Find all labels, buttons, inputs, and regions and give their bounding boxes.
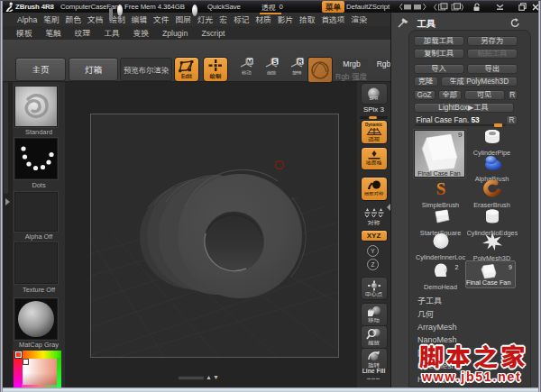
tray-updown-arrows-icon[interactable]: ▲▼ xyxy=(206,374,220,380)
tool-slider-track[interactable] xyxy=(415,124,506,127)
line-fill-button[interactable]: Line Fill ▬▬▬ xyxy=(357,368,390,380)
xyz-axis-button[interactable]: XYZ xyxy=(361,230,388,242)
axis-y-toggle[interactable]: Y xyxy=(367,245,379,257)
menu-layer[interactable]: 图层 xyxy=(175,14,190,25)
section-layers[interactable]: 图层 xyxy=(417,347,457,360)
menu-alpha[interactable]: Alpha xyxy=(17,15,37,24)
clone-button[interactable]: 克隆 xyxy=(414,77,438,87)
section-fibermesh[interactable]: FiberMesh xyxy=(417,360,457,373)
section-nanomesh[interactable]: NanoMesh xyxy=(417,333,457,347)
canvas-area[interactable]: ▲▼ xyxy=(65,82,357,387)
tool-item[interactable]: EraserBrush xyxy=(467,180,518,209)
menus-button[interactable]: 菜单 xyxy=(322,1,344,13)
tool-name-slider[interactable]: Final Case Fan. 53 R xyxy=(414,115,518,127)
menu-marker[interactable]: 标记 xyxy=(234,14,249,25)
current-texture-thumbnail[interactable] xyxy=(14,242,58,284)
spix-slider-track[interactable] xyxy=(360,116,388,119)
goz-button[interactable]: GoZ xyxy=(414,90,436,100)
lock-icon[interactable] xyxy=(472,1,481,13)
menu-zscript[interactable]: Zscript xyxy=(201,29,225,38)
section-subtool[interactable]: 子工具 xyxy=(417,295,457,308)
scene-3d-model[interactable] xyxy=(65,82,357,387)
menu-material[interactable]: 材质 xyxy=(255,14,270,25)
section-arraymesh[interactable]: ArrayMesh xyxy=(417,321,457,334)
menu-stencil[interactable]: 模板 xyxy=(16,27,32,39)
symmetry-indicator[interactable]: 对称 xyxy=(361,208,388,227)
selected-tool-thumbnail[interactable]: 9 Final Case Fan xyxy=(414,130,465,178)
ui-layout-prev-next-icon[interactable] xyxy=(399,1,428,13)
menu-picker[interactable]: 拾取 xyxy=(299,14,315,25)
menu-macro[interactable]: 宏 xyxy=(219,14,227,25)
tool-palette-header[interactable]: 工具 xyxy=(391,15,539,30)
goz-visible-button[interactable]: 可见 xyxy=(464,90,505,100)
menu-zplugin[interactable]: Zplugin xyxy=(162,29,188,38)
menu-movie[interactable]: 影片 xyxy=(278,14,293,25)
move-button[interactable]: M 移动 xyxy=(236,57,256,82)
lightbox-button[interactable]: 灯箱 xyxy=(69,58,118,81)
tool-item[interactable]: S SimpleBrush xyxy=(416,180,466,209)
section-hdgeometry[interactable]: HD几何体 xyxy=(417,373,457,387)
frame-center-button[interactable]: 中心点 xyxy=(361,277,388,300)
tool-item[interactable]: CylinderInnerLoc xyxy=(416,232,466,261)
ui-config-prev-next-icon[interactable] xyxy=(434,1,464,13)
local-symmetry-button[interactable]: 局部对称 xyxy=(361,177,388,201)
draw-button[interactable]: 绘制 xyxy=(203,57,228,82)
hue-gradient-right[interactable] xyxy=(57,358,61,387)
tool-restore-button[interactable]: R xyxy=(506,115,518,125)
menu-light[interactable]: 灯光 xyxy=(197,14,213,25)
current-brush-thumbnail[interactable] xyxy=(14,86,58,127)
menu-tool[interactable]: 工具 xyxy=(104,27,119,39)
current-alpha-thumbnail[interactable] xyxy=(14,192,58,232)
save-as-button[interactable]: 另存为 xyxy=(467,36,518,46)
move-canvas-button[interactable]: 移动 xyxy=(361,303,388,326)
section-geometry[interactable]: 几何 xyxy=(417,307,457,321)
make-polymesh3d-button[interactable]: 生成 PolyMesh3D xyxy=(441,77,518,87)
menu-file[interactable]: 文件 xyxy=(153,14,169,25)
tool-slider-handle[interactable] xyxy=(494,123,502,128)
current-stroke-thumbnail[interactable] xyxy=(14,138,58,179)
current-material-thumbnail[interactable] xyxy=(14,298,58,340)
menu-color[interactable]: 颜色 xyxy=(66,14,81,25)
default-zscript-button[interactable]: DefaultZScript xyxy=(346,1,390,13)
floor-grid-button[interactable]: 地面格 xyxy=(361,147,388,170)
active-brush-preview[interactable] xyxy=(307,57,333,83)
titlebar-persp-slider[interactable]: 透视 0 xyxy=(261,1,283,13)
preview-boolean-button[interactable]: 预览布尔渲染 xyxy=(120,58,172,81)
tool-item[interactable]: CylinderPipe xyxy=(467,128,518,157)
tool-item-selected[interactable]: 9 Final Case Fan xyxy=(465,260,516,288)
menu-document[interactable]: 文档 xyxy=(87,14,103,25)
fan-hub-model[interactable] xyxy=(140,169,306,298)
dynamic-perspective-button[interactable]: Dynamic 透视 xyxy=(361,120,388,144)
mrgb-button[interactable]: Mrgb xyxy=(335,59,368,69)
menu-brush[interactable]: 笔刷 xyxy=(43,14,59,25)
scale-button[interactable]: S 缩放 xyxy=(261,57,281,82)
quicksave-button[interactable]: QuickSave xyxy=(207,1,241,13)
reset-palette-icon[interactable] xyxy=(510,18,520,28)
edit-button[interactable]: Edit xyxy=(174,57,199,82)
spix-slider[interactable]: SPix 3 xyxy=(357,105,390,114)
import-button[interactable]: 导入 xyxy=(414,64,464,74)
bpr-render-button[interactable]: BPR xyxy=(361,83,388,105)
axis-z-toggle[interactable]: Z xyxy=(367,259,379,270)
menu-transform[interactable]: 变换 xyxy=(133,27,149,39)
goz-r-button[interactable]: R xyxy=(508,90,518,100)
menu-preferences[interactable]: 首选项 xyxy=(321,14,344,25)
menu-edit[interactable]: 编辑 xyxy=(132,14,147,25)
load-tool-button[interactable]: 加载工具 xyxy=(414,36,464,46)
menu-render[interactable]: 渲染 xyxy=(351,14,366,25)
horizontal-scrollbar[interactable] xyxy=(178,376,205,380)
rotate-button[interactable]: R 旋转 xyxy=(287,57,307,82)
tool-item[interactable]: PolyMesh3D xyxy=(467,232,518,262)
spix-slider-handle[interactable] xyxy=(369,116,377,119)
menu-texture[interactable]: 纹理 xyxy=(75,27,90,39)
copy-tool-button[interactable]: 复制工具 xyxy=(414,49,464,59)
home-button[interactable]: 主页 xyxy=(15,58,66,81)
lightbox-tool-button[interactable]: LightBox▶工具 xyxy=(414,103,514,113)
export-button[interactable]: 导出 xyxy=(467,64,518,74)
rgb-intensity-slider[interactable]: Rgb 强度 xyxy=(335,70,367,81)
goz-all-button[interactable]: 全部 xyxy=(438,90,462,100)
zoom-canvas-button[interactable]: 缩放 xyxy=(361,325,388,349)
left-tray-divider-arrow-icon[interactable] xyxy=(5,198,10,205)
paste-tool-button[interactable]: 粘贴工具 xyxy=(467,49,518,59)
restore-button[interactable] xyxy=(518,1,527,13)
